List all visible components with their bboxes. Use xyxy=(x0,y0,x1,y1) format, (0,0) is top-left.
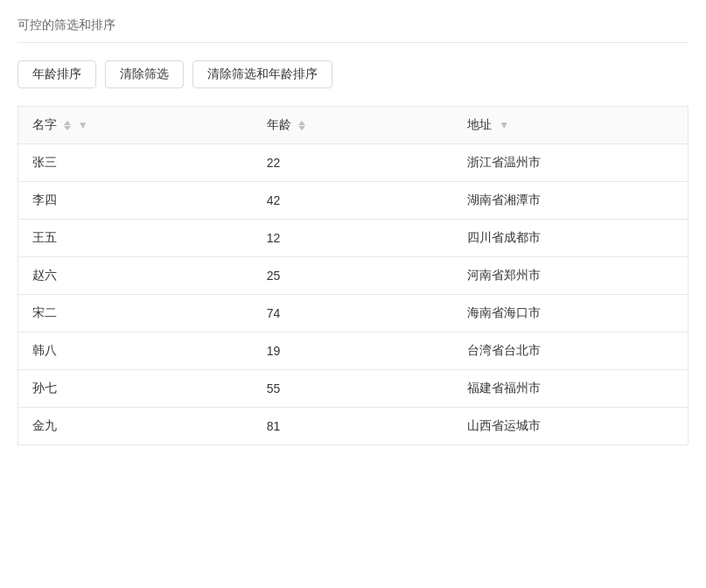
data-table: 名字 ▼ 年龄 xyxy=(17,106,689,445)
age-sort-icons[interactable] xyxy=(298,121,305,130)
age-sort-button[interactable]: 年龄排序 xyxy=(17,60,96,88)
address-filter-icon[interactable]: ▼ xyxy=(499,119,509,131)
age-sort-down-icon xyxy=(298,126,305,130)
cell-age: 22 xyxy=(253,144,454,182)
cell-address: 河南省郑州市 xyxy=(453,257,688,295)
column-age-label: 年龄 xyxy=(267,117,291,131)
age-sort-up-icon xyxy=(298,121,305,125)
column-header-age[interactable]: 年龄 xyxy=(253,107,454,144)
cell-age: 12 xyxy=(253,220,454,257)
toolbar: 年龄排序 清除筛选 清除筛选和年龄排序 xyxy=(17,60,689,88)
table-row: 宋二74海南省海口市 xyxy=(18,295,688,332)
name-sort-icons[interactable] xyxy=(64,121,71,130)
cell-address: 四川省成都市 xyxy=(453,220,688,257)
cell-age: 19 xyxy=(253,332,454,370)
page-title: 可控的筛选和排序 xyxy=(17,18,689,43)
cell-age: 25 xyxy=(253,257,454,295)
table-row: 赵六25河南省郑州市 xyxy=(18,257,688,295)
cell-name: 宋二 xyxy=(18,295,253,332)
column-header-name[interactable]: 名字 ▼ xyxy=(18,107,253,144)
cell-age: 81 xyxy=(253,408,454,445)
clear-filter-button[interactable]: 清除筛选 xyxy=(105,60,184,88)
sort-up-icon xyxy=(64,121,71,125)
cell-address: 台湾省台北市 xyxy=(453,332,688,370)
column-address-label: 地址 xyxy=(467,117,492,131)
cell-name: 孙七 xyxy=(18,370,253,408)
table-row: 张三22浙江省温州市 xyxy=(18,144,688,182)
table-row: 王五12四川省成都市 xyxy=(18,220,688,257)
cell-address: 浙江省温州市 xyxy=(453,144,688,182)
cell-name: 赵六 xyxy=(18,257,253,295)
cell-age: 74 xyxy=(253,295,454,332)
cell-address: 山西省运城市 xyxy=(453,408,688,445)
cell-address: 海南省海口市 xyxy=(453,295,688,332)
name-filter-icon[interactable]: ▼ xyxy=(78,119,88,131)
table-header-row: 名字 ▼ 年龄 xyxy=(18,107,688,144)
table-row: 金九81山西省运城市 xyxy=(18,408,688,445)
table-row: 韩八19台湾省台北市 xyxy=(18,332,688,370)
column-name-label: 名字 xyxy=(32,117,57,131)
table-row: 孙七55福建省福州市 xyxy=(18,370,688,408)
cell-age: 55 xyxy=(253,370,454,408)
cell-name: 张三 xyxy=(18,144,253,182)
clear-all-button[interactable]: 清除筛选和年龄排序 xyxy=(192,60,332,88)
sort-down-icon xyxy=(64,126,71,130)
cell-address: 湖南省湘潭市 xyxy=(453,182,688,220)
cell-name: 韩八 xyxy=(18,332,253,370)
cell-age: 42 xyxy=(253,182,454,220)
cell-name: 李四 xyxy=(18,182,253,220)
cell-name: 王五 xyxy=(18,220,253,257)
cell-name: 金九 xyxy=(18,408,253,445)
cell-address: 福建省福州市 xyxy=(453,370,688,408)
column-header-address[interactable]: 地址 ▼ xyxy=(453,107,688,144)
table-row: 李四42湖南省湘潭市 xyxy=(18,182,688,220)
